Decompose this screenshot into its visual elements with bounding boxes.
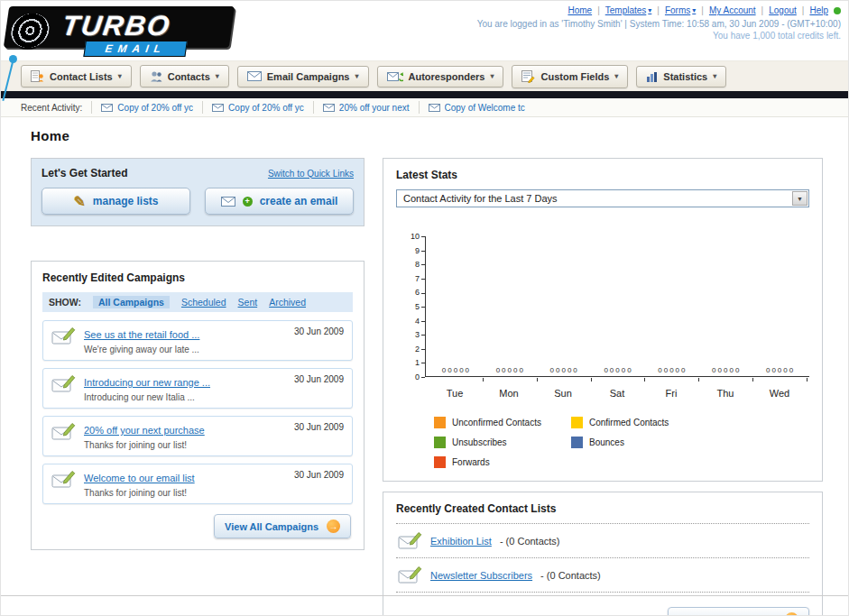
y-axis-tick: 2 xyxy=(415,345,425,353)
y-axis-tick: 5 xyxy=(415,303,425,310)
legend-swatch xyxy=(434,456,446,468)
top-link-home[interactable]: Home xyxy=(568,5,592,15)
recent-activity-item[interactable]: Copy of 20% off yc xyxy=(91,101,202,114)
statistics-icon xyxy=(646,71,658,82)
list-edit-icon xyxy=(398,531,422,550)
logo-title: TURBO xyxy=(60,10,173,42)
chart-y-axis: 109876543210 xyxy=(403,233,425,381)
x-axis-label: Sun xyxy=(536,381,590,399)
filter-archived[interactable]: Archived xyxy=(269,297,306,308)
get-started-panel: Let's Get Started Switch to Quick Links … xyxy=(31,158,365,226)
contact-list-item: Newsletter Subscribers - (0 Contacts) xyxy=(396,558,809,593)
recent-activity-item[interactable]: 20% off your next xyxy=(313,101,419,114)
y-axis-tick: 0 xyxy=(415,373,425,381)
bar-value-label: 0 xyxy=(550,367,554,374)
y-axis-tick: 4 xyxy=(415,317,425,325)
bar-value-label: 0 xyxy=(519,367,522,374)
top-link-help[interactable]: Help xyxy=(809,5,828,15)
envelope-icon xyxy=(221,197,235,207)
bar-value-label: 0 xyxy=(604,367,607,374)
nav-divider-bar xyxy=(1,91,848,98)
filter-scheduled[interactable]: Scheduled xyxy=(181,297,226,308)
nav-tab-autoresponders[interactable]: Autoresponders▾ xyxy=(377,66,504,87)
manage-lists-button[interactable]: ✎ manage lists xyxy=(42,188,190,215)
campaign-link[interactable]: See us at the retail food ... xyxy=(84,329,199,340)
contacts-icon xyxy=(150,70,162,82)
main-content: Home Let's Get Started Switch to Quick L… xyxy=(1,117,848,616)
help-icon[interactable] xyxy=(834,7,841,14)
chevron-down-icon: ▾ xyxy=(355,72,358,80)
legend-item: Forwards xyxy=(434,456,571,468)
campaign-link[interactable]: Welcome to our email list xyxy=(84,473,195,483)
campaign-date: 30 Jun 2009 xyxy=(294,470,344,480)
campaign-filters: SHOW: All Campaigns Scheduled Sent Archi… xyxy=(42,292,353,312)
recent-contact-lists-panel: Recently Created Contact Lists Exhibitio… xyxy=(383,492,823,616)
nav-tab-contacts[interactable]: Contacts▾ xyxy=(140,65,229,87)
chevron-down-icon: ▾ xyxy=(118,72,122,80)
turbo-email-logo[interactable]: TURBO EMAIL xyxy=(6,5,245,55)
switch-quick-links[interactable]: Switch to Quick Links xyxy=(268,169,354,179)
recent-campaigns-panel: Recently Edited Campaigns SHOW: All Camp… xyxy=(31,261,365,550)
bar-value-label: 0 xyxy=(556,367,559,374)
recent-activity-label: Recent Activity: xyxy=(21,103,82,113)
recent-activity-item[interactable]: Copy of Welcome tc xyxy=(419,101,534,114)
nav-tab-email-campaigns[interactable]: Email Campaigns▾ xyxy=(237,66,369,87)
chart-bar-group: 00000 xyxy=(429,367,483,376)
pencil-icon: ✎ xyxy=(73,193,85,210)
logo-subtitle: EMAIL xyxy=(83,41,188,57)
see-all-contact-lists-button[interactable]: See All Contact Lists → xyxy=(668,607,809,616)
y-axis-tick: 9 xyxy=(415,247,425,254)
chart-bar-group: 00000 xyxy=(644,367,698,376)
legend-item: Unconfirmed Contacts xyxy=(434,417,571,428)
bar-value-label: 0 xyxy=(622,367,625,374)
filter-sent[interactable]: Sent xyxy=(238,297,258,308)
bar-value-label: 0 xyxy=(735,367,739,374)
footer-divider xyxy=(1,595,848,596)
bar-value-label: 0 xyxy=(718,367,722,374)
list-edit-icon xyxy=(398,565,422,584)
campaign-link[interactable]: Introducing our new range ... xyxy=(84,377,210,388)
stats-chart: 109876543210 000000000000000000000000000… xyxy=(396,236,809,468)
chart-bar-group: 00000 xyxy=(537,367,591,376)
nav-tab-statistics[interactable]: Statistics▾ xyxy=(636,66,726,87)
campaign-date: 30 Jun 2009 xyxy=(294,326,344,336)
stats-title: Latest Stats xyxy=(396,169,809,181)
chevron-down-icon: ▾ xyxy=(614,72,618,80)
nav-tab-contact-lists[interactable]: Contact Lists▾ xyxy=(21,65,132,87)
recent-activity-item[interactable]: Copy of 20% off yc xyxy=(202,101,313,114)
chevron-down-icon: ▾ xyxy=(490,72,494,80)
autoresponders-icon xyxy=(387,71,403,82)
bar-value-label: 0 xyxy=(783,367,787,374)
y-axis-tick: 7 xyxy=(415,275,425,282)
y-axis-tick: 8 xyxy=(415,261,425,268)
main-nav: Contact Lists▾ Contacts▾ Email Campaigns… xyxy=(1,60,848,91)
stats-filter-select[interactable]: Contact Activity for the Last 7 Days ▼ xyxy=(396,189,809,207)
top-link-my-account[interactable]: My Account xyxy=(709,5,756,15)
nav-tab-custom-fields[interactable]: Custom Fields▾ xyxy=(512,65,628,88)
contact-list-link[interactable]: Newsletter Subscribers xyxy=(430,570,532,581)
campaign-link[interactable]: 20% off your next purchase xyxy=(84,425,205,436)
top-link-templates[interactable]: Templates▾ xyxy=(605,5,652,15)
arrow-right-icon: → xyxy=(327,519,340,533)
header-right: Home | Templates▾ | Forms▾ | My Account … xyxy=(477,5,841,41)
envelope-icon xyxy=(323,104,335,112)
contact-list-link[interactable]: Exhibition List xyxy=(430,536,492,547)
bar-value-label: 0 xyxy=(442,367,446,374)
campaign-date: 30 Jun 2009 xyxy=(294,422,344,432)
header: TURBO EMAIL Home | Templates▾ | Forms▾ |… xyxy=(1,1,848,60)
filter-all-campaigns[interactable]: All Campaigns xyxy=(93,296,170,308)
legend-label: Confirmed Contacts xyxy=(589,418,669,428)
bar-value-label: 0 xyxy=(664,367,668,374)
bar-value-label: 0 xyxy=(459,367,463,374)
legend-item: Unsubscribes xyxy=(434,437,571,448)
email-campaigns-icon xyxy=(247,71,262,81)
chart-bar-group: 00000 xyxy=(483,367,537,376)
bar-value-label: 0 xyxy=(676,367,679,374)
bar-value-label: 0 xyxy=(561,367,565,374)
create-email-button[interactable]: + create an email xyxy=(205,188,354,215)
top-link-logout[interactable]: Logout xyxy=(769,5,797,15)
turbo-email-dashboard: TURBO EMAIL Home | Templates▾ | Forms▾ |… xyxy=(0,0,849,616)
bar-value-label: 0 xyxy=(771,367,775,374)
top-link-forms[interactable]: Forms▾ xyxy=(665,5,696,15)
view-all-campaigns-button[interactable]: View All Campaigns → xyxy=(214,514,351,538)
